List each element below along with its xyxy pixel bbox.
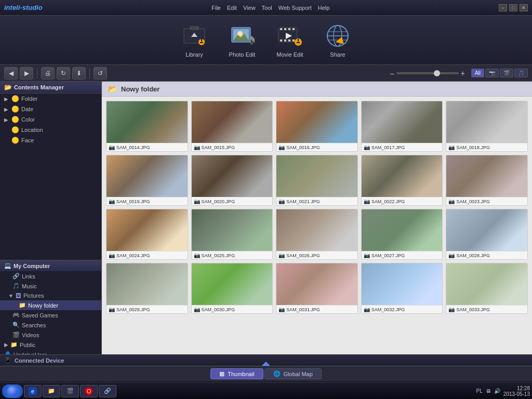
thumbnail-label: 📷 SAM_0023.JPG — [446, 197, 527, 205]
menu-edit[interactable]: Edit — [227, 5, 237, 11]
thumbnail-filename: SAM_0020.JPG — [202, 199, 235, 204]
menu-web-support[interactable]: Web Support — [278, 5, 312, 11]
zoom-slider-thumb[interactable] — [434, 70, 440, 76]
thumbnail-item[interactable]: 📷 SAM_0022.JPG — [361, 155, 443, 206]
camera-icon: 📷 — [278, 252, 285, 258]
tree-pictures[interactable]: ▼ 🖼 Pictures — [0, 291, 101, 300]
tree-date-label: Date — [21, 106, 33, 112]
forward-button[interactable]: ▶ — [20, 67, 33, 79]
thumbnail-item[interactable]: 📷 SAM_0025.JPG — [191, 209, 273, 260]
taskbar-media[interactable]: 🎬 — [61, 385, 79, 397]
thumbnails-grid: 📷 SAM_0014.JPG 📷 SAM_0015.JPG 📷 SAM_0016… — [102, 97, 532, 354]
thumbnail-item[interactable]: 📷 SAM_0029.JPG — [106, 263, 188, 314]
camera-icon: 📷 — [194, 307, 200, 312]
tree-nowy-folder[interactable]: 📁 Nowy folder — [0, 300, 101, 310]
global-map-button[interactable]: 🌐 Global Map — [264, 368, 322, 379]
camera-icon: 📷 — [364, 144, 370, 150]
thumbnail-item[interactable]: 📷 SAM_0017.JPG — [361, 101, 443, 152]
thumbnail-item[interactable]: 📷 SAM_0032.JPG — [361, 263, 443, 314]
thumbnail-item[interactable]: 📷 SAM_0027.JPG — [361, 209, 443, 260]
nav-library[interactable]: Library — [181, 22, 208, 58]
refresh-button[interactable]: ↺ — [94, 67, 107, 79]
nav-share[interactable]: Share — [324, 22, 351, 58]
thumbnail-item[interactable]: 📷 SAM_0026.JPG — [276, 209, 358, 260]
thumbnail-item[interactable]: 📷 SAM_0021.JPG — [276, 155, 358, 206]
taskbar-opera[interactable]: O — [80, 385, 98, 397]
thumbnail-label: 📷 SAM_0026.JPG — [276, 251, 357, 259]
menu-help[interactable]: Help — [318, 5, 330, 11]
view-video-button[interactable]: 🎬 — [500, 69, 513, 77]
camera-icon: 📷 — [194, 144, 200, 150]
menu-tool[interactable]: Tool — [262, 5, 272, 11]
menu-file[interactable]: File — [211, 5, 221, 11]
library-icon — [181, 22, 208, 49]
thumbnail-label: 📷 SAM_0020.JPG — [192, 197, 273, 205]
view-photo-button[interactable]: 📷 — [485, 69, 499, 77]
thumbnail-filename: SAM_0025.JPG — [202, 253, 235, 258]
view-all-button[interactable]: All — [471, 69, 484, 77]
zoom-minus-button[interactable]: – — [390, 69, 394, 77]
tree-folder[interactable]: ▶ 🟡 Folder — [0, 94, 101, 104]
contents-manager-header: 📂 Contents Manager — [0, 82, 101, 94]
view-audio-button[interactable]: 🎵 — [514, 69, 528, 77]
thumbnail-item[interactable]: 📷 SAM_0023.JPG — [446, 155, 528, 206]
tree-searches[interactable]: 🔍 Searches — [0, 320, 101, 330]
nav-photo-edit[interactable]: Photo Edit — [229, 22, 256, 58]
thumbnail-image — [446, 155, 527, 197]
taskbar-ie[interactable]: e — [24, 385, 42, 397]
thumbnail-view-button[interactable]: ▦ Thumbnail — [210, 368, 263, 379]
tree-updatus-user[interactable]: 👤 UpdatusUser — [0, 350, 101, 354]
camera-icon: 📷 — [194, 198, 200, 204]
thumbnail-item[interactable]: 📷 SAM_0033.JPG — [446, 263, 528, 314]
camera-icon: 📷 — [109, 198, 115, 204]
camera-icon: 📷 — [364, 307, 370, 312]
zoom-plus-button[interactable]: + — [461, 69, 465, 77]
tree-music-label: Music — [22, 283, 37, 289]
tree-music[interactable]: 🎵 Music — [0, 281, 101, 291]
close-button[interactable]: ✕ — [520, 4, 528, 11]
thumbnail-item[interactable]: 📷 SAM_0018.JPG — [446, 101, 528, 152]
thumbnail-item[interactable]: 📷 SAM_0020.JPG — [191, 155, 273, 206]
file-tree-scroll[interactable]: 🔗 Links 🎵 Music ▼ 🖼 Pictures 📁 Nowy fold… — [0, 271, 101, 354]
thumbnail-item[interactable]: 📷 SAM_0028.JPG — [446, 209, 528, 260]
app-title: inteli-studio — [4, 4, 43, 11]
rotate-button[interactable]: ↻ — [57, 67, 70, 79]
thumbnail-item[interactable]: 📷 SAM_0024.JPG — [106, 209, 188, 260]
tree-saved-games[interactable]: 🎮 Saved Games — [0, 310, 101, 320]
import-button[interactable]: ⬇ — [72, 67, 86, 79]
tree-location[interactable]: 🟡 Location — [0, 125, 101, 135]
menu-view[interactable]: View — [243, 5, 256, 11]
thumbnail-item[interactable]: 📷 SAM_0014.JPG — [106, 101, 188, 152]
tree-face-label: Face — [21, 137, 34, 143]
camera-icon: 📷 — [278, 198, 285, 204]
thumbnail-filename: SAM_0017.JPG — [371, 145, 405, 150]
tree-date[interactable]: ▶ 🟡 Date — [0, 104, 101, 114]
face-icon: 🟡 — [11, 137, 19, 144]
maximize-button[interactable]: □ — [509, 4, 517, 11]
expand-public-icon: ▶ — [4, 342, 8, 348]
expand-date-icon: ▶ — [4, 107, 9, 112]
share-icon — [324, 22, 351, 49]
taskbar-app6[interactable]: 🔗 — [99, 385, 116, 397]
tree-videos[interactable]: 🎬 Videos — [0, 330, 101, 340]
taskbar-explorer[interactable]: 📁 — [43, 385, 60, 397]
minimize-button[interactable]: – — [499, 4, 507, 11]
thumbnail-item[interactable]: 📷 SAM_0031.JPG — [276, 263, 358, 314]
tree-public[interactable]: ▶ 📁 Public — [0, 340, 101, 350]
thumbnail-filename: SAM_0027.JPG — [371, 253, 405, 258]
nav-movie-edit[interactable]: Movie Edit — [276, 22, 303, 58]
window-controls: – □ ✕ — [499, 4, 528, 11]
thumbnail-item[interactable]: 📷 SAM_0019.JPG — [106, 155, 188, 206]
tree-face[interactable]: 🟡 Face — [0, 135, 101, 145]
thumbnail-item[interactable]: 📷 SAM_0016.JPG — [276, 101, 358, 152]
back-button[interactable]: ◀ — [4, 67, 18, 79]
start-button[interactable] — [2, 384, 23, 398]
thumbnail-filename: SAM_0022.JPG — [371, 199, 405, 204]
thumbnail-item[interactable]: 📷 SAM_0030.JPG — [191, 263, 273, 314]
thumbnail-item[interactable]: 📷 SAM_0015.JPG — [191, 101, 273, 152]
zoom-slider-track[interactable] — [396, 72, 459, 74]
tree-links[interactable]: 🔗 Links — [0, 271, 101, 281]
print-button[interactable]: 🖨 — [41, 67, 55, 79]
tree-color[interactable]: ▶ 🟡 Color — [0, 114, 101, 125]
svg-marker-34 — [336, 37, 344, 44]
